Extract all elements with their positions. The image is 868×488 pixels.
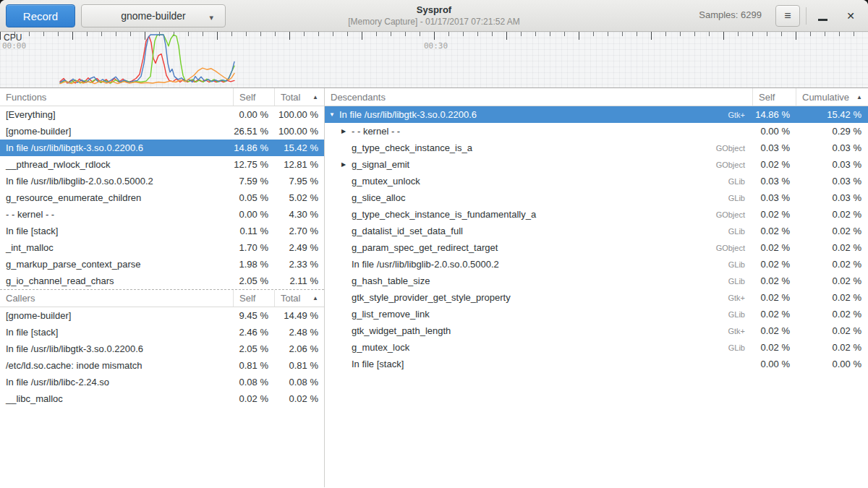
tree-row[interactable]: gtk_widget_path_lengthGtk+0.02 %0.02 % <box>325 322 868 339</box>
table-row[interactable]: In file /usr/lib/libglib-2.0.so.0.5000.2… <box>0 173 324 189</box>
cumulative-percent: 0.03 % <box>796 192 868 203</box>
column-header-descendants[interactable]: Descendants <box>325 88 752 106</box>
function-name: g_io_channel_read_chars <box>0 275 233 286</box>
function-name: In file /usr/lib/libglib-2.0.so.0.5000.2 <box>352 259 499 270</box>
function-name: g_hash_table_size <box>352 275 430 286</box>
descendant-name-cell: ▶g_signal_emit <box>325 159 716 170</box>
column-header-total[interactable]: Total ▲ <box>274 88 324 106</box>
table-row[interactable]: In file [stack]0.11 %2.70 % <box>0 223 324 239</box>
minimize-icon <box>818 19 827 21</box>
function-name: g_mutex_unlock <box>352 176 420 187</box>
self-percent: 1.98 % <box>233 259 274 270</box>
total-percent: 0.81 % <box>274 360 324 371</box>
cumulative-percent: 0.02 % <box>796 342 868 353</box>
tree-row[interactable]: g_hash_table_sizeGLib0.02 %0.02 % <box>325 273 868 289</box>
library-badge: Gtk+ <box>728 294 745 302</box>
table-row[interactable]: g_markup_parse_context_parse1.98 %2.33 % <box>0 256 324 273</box>
samples-count: Samples: 6299 <box>699 9 762 20</box>
close-button[interactable]: ✕ <box>841 6 861 26</box>
cumulative-percent: 0.02 % <box>796 259 868 270</box>
cumulative-percent: 0.03 % <box>796 176 868 187</box>
expander-open-icon[interactable]: ▼ <box>329 111 339 118</box>
library-badge: GLib <box>728 194 745 202</box>
table-row[interactable]: In file /usr/lib/libgtk-3.so.0.2200.614.… <box>0 140 324 156</box>
tree-row[interactable]: g_param_spec_get_redirect_targetGObject0… <box>325 239 868 256</box>
tree-row[interactable]: ▶g_signal_emitGObject0.02 %0.03 % <box>325 156 868 173</box>
cumulative-percent: 0.29 % <box>796 126 868 137</box>
table-row[interactable]: __libc_malloc0.02 %0.02 % <box>0 390 324 407</box>
column-header-self[interactable]: Self <box>233 88 274 106</box>
profile-panes: Functions Self Total ▲ [Everything]0.00 … <box>0 88 868 487</box>
table-row[interactable]: [Everything]0.00 %100.00 % <box>0 106 324 123</box>
functions-list: [Everything]0.00 %100.00 %[gnome-builder… <box>0 106 324 289</box>
tree-row[interactable]: g_slice_allocGLib0.03 %0.03 % <box>325 189 868 206</box>
column-header-total[interactable]: Total ▲ <box>274 290 324 307</box>
function-name: [gnome-builder] <box>0 126 233 137</box>
table-row[interactable]: [gnome-builder]26.51 %100.00 % <box>0 123 324 140</box>
function-name: gtk_widget_path_length <box>352 325 451 336</box>
chevron-down-icon: ▾ <box>209 13 213 22</box>
time-label-start: 00:00 <box>2 41 26 51</box>
process-selector-label: gnome-builder <box>121 10 186 22</box>
cumulative-percent: 0.02 % <box>796 242 868 253</box>
column-header-cumulative[interactable]: Cumulative ▲ <box>796 88 868 106</box>
function-name: g_mutex_lock <box>352 342 409 353</box>
tree-row[interactable]: g_mutex_lockGLib0.02 %0.02 % <box>325 339 868 356</box>
table-row[interactable]: g_io_channel_read_chars2.05 %2.11 % <box>0 273 324 289</box>
column-header-self[interactable]: Self <box>752 88 796 106</box>
table-row[interactable]: In file /usr/lib/libc-2.24.so0.08 %0.08 … <box>0 374 324 390</box>
descendant-name-cell: ▼In file /usr/lib/libgtk-3.so.0.2200.6 <box>325 109 728 120</box>
column-header-callers[interactable]: Callers <box>0 290 233 307</box>
function-name: In file [stack] <box>0 327 233 338</box>
table-row[interactable]: [gnome-builder]9.45 %14.49 % <box>0 307 324 324</box>
total-percent: 7.95 % <box>274 176 324 187</box>
cumulative-percent: 0.03 % <box>796 159 868 170</box>
table-row[interactable]: In file /usr/lib/libgtk-3.so.0.2200.62.0… <box>0 341 324 357</box>
minimize-button[interactable] <box>813 6 832 26</box>
library-badge: GLib <box>728 310 745 319</box>
descendant-name-cell: g_mutex_unlock <box>325 176 728 187</box>
tree-row[interactable]: gtk_style_provider_get_style_propertyGtk… <box>325 289 868 306</box>
function-name: g_type_check_instance_is_fundamentally_a <box>352 209 536 220</box>
cpu-timeline-graph[interactable]: CPU 00:00 00:30 <box>0 32 868 88</box>
table-row[interactable]: g_resource_enumerate_children0.05 %5.02 … <box>0 189 324 206</box>
tree-row[interactable]: g_mutex_unlockGLib0.03 %0.03 % <box>325 173 868 189</box>
menu-button[interactable]: ≡ <box>775 5 800 27</box>
table-row[interactable]: - - kernel - -0.00 %4.30 % <box>0 206 324 223</box>
tree-row[interactable]: In file /usr/lib/libglib-2.0.so.0.5000.2… <box>325 256 868 273</box>
total-percent: 5.02 % <box>274 192 324 203</box>
sort-ascending-icon: ▲ <box>312 295 318 301</box>
column-header-functions[interactable]: Functions <box>0 88 233 106</box>
tree-row[interactable]: ▼In file /usr/lib/libgtk-3.so.0.2200.6Gt… <box>325 106 868 123</box>
self-percent: 0.05 % <box>233 192 274 203</box>
expander-closed-icon[interactable]: ▶ <box>341 161 352 168</box>
tree-row[interactable]: g_type_check_instance_is_fundamentally_a… <box>325 206 868 223</box>
tree-row[interactable]: g_datalist_id_set_data_fullGLib0.02 %0.0… <box>325 223 868 239</box>
functions-header: Functions Self Total ▲ <box>0 88 324 106</box>
self-percent: 2.05 % <box>233 275 274 286</box>
library-badge: GLib <box>728 227 745 236</box>
total-percent: 0.02 % <box>274 393 324 404</box>
tree-row[interactable]: g_type_check_instance_is_aGObject0.03 %0… <box>325 140 868 156</box>
titlebar: Record gnome-builder ▾ Sysprof [Memory C… <box>0 0 868 32</box>
table-row[interactable]: In file [stack]2.46 %2.48 % <box>0 324 324 341</box>
self-percent: 2.46 % <box>233 327 274 338</box>
expander-closed-icon[interactable]: ▶ <box>341 128 352 134</box>
descendant-name-cell: In file [stack] <box>325 359 745 369</box>
library-badge: GObject <box>716 160 745 169</box>
tree-row[interactable]: In file [stack]0.00 %0.00 % <box>325 356 868 372</box>
function-name: g_slice_alloc <box>352 192 405 203</box>
cpu-graph-canvas <box>0 32 868 88</box>
table-row[interactable]: _int_malloc1.70 %2.49 % <box>0 239 324 256</box>
process-selector-dropdown[interactable]: gnome-builder ▾ <box>81 4 226 27</box>
column-header-self[interactable]: Self <box>233 290 274 307</box>
tree-row[interactable]: ▶- - kernel - -0.00 %0.29 % <box>325 123 868 140</box>
table-row[interactable]: /etc/ld.so.cache: inode mismatch0.81 %0.… <box>0 357 324 374</box>
table-row[interactable]: __pthread_rwlock_rdlock12.75 %12.81 % <box>0 156 324 173</box>
close-icon: ✕ <box>846 10 855 22</box>
record-button[interactable]: Record <box>6 4 75 27</box>
total-percent: 100.00 % <box>274 109 324 120</box>
self-percent: 0.00 % <box>752 359 796 369</box>
tree-row[interactable]: g_list_remove_linkGLib0.02 %0.02 % <box>325 306 868 322</box>
cpu-series-cpu2 <box>60 35 234 83</box>
